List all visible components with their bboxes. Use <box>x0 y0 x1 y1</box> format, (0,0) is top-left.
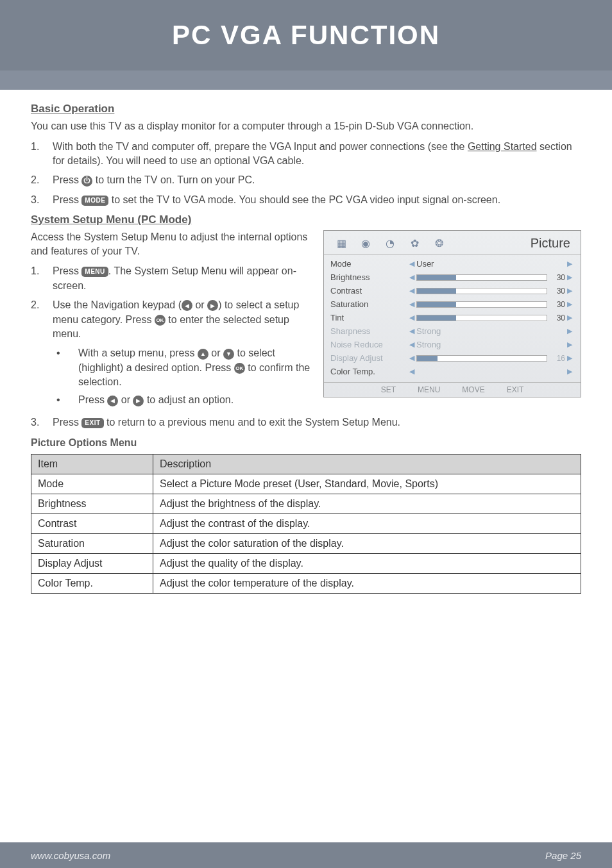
table-cell-item: Brightness <box>31 494 153 514</box>
osd-slider-value: 30 <box>550 300 565 309</box>
osd-body: Mode◀User▶Brightness◀30▶Contrast◀30▶Satu… <box>324 255 581 382</box>
osd-value-area: Strong <box>416 326 565 336</box>
nested-item-2: • Press ◀ or ▶ to adjust an option. <box>56 393 312 407</box>
osd-left-arrow-icon: ◀ <box>407 327 416 335</box>
osd-slider-fill <box>417 275 456 280</box>
basic-step-2: 2. Press ⏻ to turn the TV on. Turn on yo… <box>31 173 581 187</box>
osd-slider-fill <box>417 302 456 307</box>
basic-operation-heading: Basic Operation <box>31 103 581 115</box>
osd-slider <box>416 301 547 308</box>
osd-right-arrow-icon: ▶ <box>565 313 574 322</box>
system-step-1: 1. Press MENU. The System Setup Menu wil… <box>31 264 312 293</box>
list-body: Press EXIT to return to a previous menu … <box>53 415 581 430</box>
list-number: 2. <box>31 173 53 187</box>
osd-row: Saturation◀30▶ <box>330 297 574 311</box>
exit-button-icon: EXIT <box>81 418 103 428</box>
osd-right-arrow-icon: ▶ <box>565 260 574 268</box>
footer-page: Page 25 <box>545 850 581 861</box>
left-column: Access the System Setup Menu to adjust t… <box>31 230 312 412</box>
text-run: to adjust an option. <box>144 394 234 405</box>
osd-left-arrow-icon: ◀ <box>407 260 416 268</box>
osd-right-arrow-icon: ▶ <box>565 287 574 295</box>
osd-left-arrow-icon: ◀ <box>407 287 416 295</box>
osd-left-arrow-icon: ◀ <box>407 273 416 281</box>
osd-row-label: Brightness <box>330 272 407 282</box>
power-icon: ⏻ <box>81 176 92 187</box>
osd-row: Sharpness◀Strong▶ <box>330 324 574 338</box>
bullet: • <box>56 393 78 407</box>
osd-row: Contrast◀30▶ <box>330 284 574 297</box>
list-body: Press ⏻ to turn the TV on. Turn on your … <box>53 173 581 187</box>
osd-row-label: Tint <box>330 313 407 322</box>
osd-right-arrow-icon: ▶ <box>565 273 574 281</box>
table-row: Color Temp.Adjust the color temperature … <box>31 574 581 594</box>
header-band: PC VGA FUNCTION <box>0 0 612 71</box>
two-column-layout: Access the System Setup Menu to adjust t… <box>31 230 581 412</box>
osd-left-arrow-icon: ◀ <box>407 300 416 308</box>
table-cell-item: Color Temp. <box>31 574 153 594</box>
osd-row-label: Contrast <box>330 286 407 296</box>
footer-url: www.cobyusa.com <box>31 850 110 861</box>
osd-row-label: Mode <box>330 259 407 269</box>
osd-slider-fill <box>417 288 456 294</box>
nested-item-1: • With a setup menu, press ▲ or ▼ to sel… <box>56 346 312 389</box>
osd-value-area: 30 <box>416 313 565 322</box>
footer-bar: www.cobyusa.com Page 25 <box>0 842 612 868</box>
table-header-desc: Description <box>153 455 581 474</box>
table-cell-desc: Adjust the contrast of the display. <box>153 514 581 534</box>
osd-tab-setup-icon: ✿ <box>404 235 425 251</box>
system-step-2: 2. Use the Navigation keypad (◀ or ▶) to… <box>31 298 312 341</box>
table-cell-desc: Select a Picture Mode preset (User, Stan… <box>153 474 581 494</box>
osd-slider <box>416 288 547 294</box>
osd-row: Color Temp.◀▶ <box>330 365 574 378</box>
list-number: 3. <box>31 193 53 207</box>
osd-footer-move: MOVE <box>462 385 484 394</box>
text-run: Press <box>78 394 107 405</box>
osd-row-label: Color Temp. <box>330 367 407 376</box>
osd-slider-value: 30 <box>550 313 565 322</box>
text-run: or <box>192 299 207 310</box>
osd-row: Display Adjust◀16▶ <box>330 351 574 365</box>
text-run: Press <box>53 265 81 276</box>
picture-options-table: Item Description ModeSelect a Picture Mo… <box>31 454 581 594</box>
osd-panel: ▦ ◉ ◔ ✿ ❂ Picture Mode◀User▶Brightness◀3… <box>323 230 581 397</box>
nav-left-icon: ◀ <box>107 396 118 406</box>
osd-right-arrow-icon: ▶ <box>565 327 574 335</box>
table-header-item: Item <box>31 455 153 474</box>
osd-right-arrow-icon: ▶ <box>565 300 574 308</box>
osd-footer-set: SET <box>381 385 396 394</box>
osd-tab-sound-icon: ◉ <box>355 235 377 251</box>
basic-step-3: 3. Press MODE to set the TV to VGA mode.… <box>31 193 581 207</box>
header-subband <box>0 71 612 90</box>
text-run: With both the TV and computer off, prepa… <box>53 141 468 152</box>
table-row: SaturationAdjust the color saturation of… <box>31 534 581 554</box>
table-cell-item: Display Adjust <box>31 554 153 574</box>
table-row: BrightnessAdjust the brightness of the d… <box>31 494 581 514</box>
osd-right-arrow-icon: ▶ <box>565 367 574 376</box>
osd-tab-picture-icon: ▦ <box>330 235 352 251</box>
list-body: Press ◀ or ▶ to adjust an option. <box>78 393 312 407</box>
osd-row-label: Sharpness <box>330 326 407 336</box>
osd-row: Brightness◀30▶ <box>330 271 574 284</box>
osd-text-value: Strong <box>416 340 441 349</box>
table-cell-desc: Adjust the color temperature of the disp… <box>153 574 581 594</box>
page-title: PC VGA FUNCTION <box>172 20 440 51</box>
osd-row-label: Saturation <box>330 299 407 309</box>
text-run: or <box>118 394 133 405</box>
osd-footer-exit: EXIT <box>507 385 524 394</box>
bullet: • <box>56 346 78 389</box>
osd-footer: SET MENU MOVE EXIT <box>324 382 581 397</box>
mode-button-icon: MODE <box>81 196 108 206</box>
table-cell-desc: Adjust the brightness of the display. <box>153 494 581 514</box>
osd-value-area: User <box>416 259 565 269</box>
text-run: Use the Navigation keypad ( <box>53 299 182 310</box>
system-setup-intro: Access the System Setup Menu to adjust t… <box>31 230 312 258</box>
text-run: Press <box>53 194 81 205</box>
text-run: Press <box>53 174 81 185</box>
table-cell-desc: Adjust the quality of the display. <box>153 554 581 574</box>
osd-slider-value: 30 <box>550 287 565 296</box>
osd-tabs: ▦ ◉ ◔ ✿ ❂ Picture <box>324 231 581 255</box>
right-column: ▦ ◉ ◔ ✿ ❂ Picture Mode◀User▶Brightness◀3… <box>323 230 581 412</box>
nav-left-icon: ◀ <box>182 300 192 311</box>
basic-step-1: 1. With both the TV and computer off, pr… <box>31 140 581 169</box>
